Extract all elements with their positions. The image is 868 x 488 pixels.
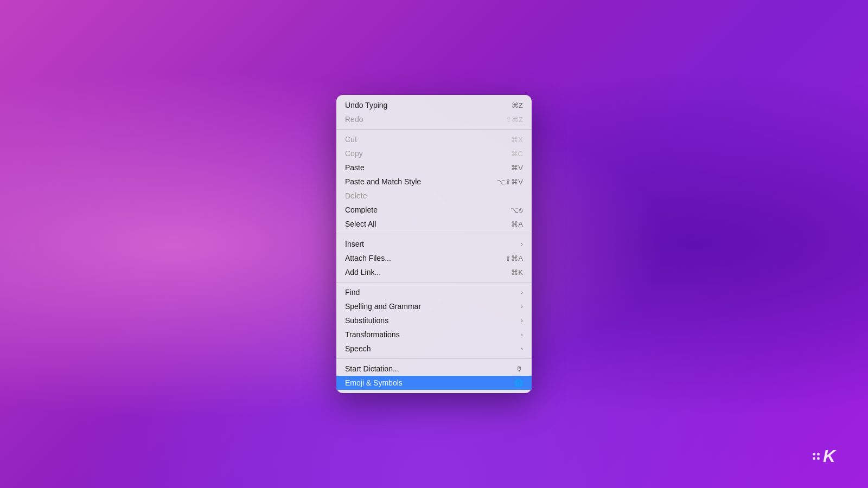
menu-item-paste-label: Paste <box>345 163 502 172</box>
separator-4 <box>336 358 532 359</box>
menu-item-speech[interactable]: Speech › <box>336 342 532 356</box>
separator-2 <box>336 234 532 234</box>
menu-item-undo-typing-label: Undo Typing <box>345 101 503 110</box>
menu-item-select-all-shortcut: ⌘A <box>511 220 523 228</box>
menu-item-find-label: Find <box>345 288 516 297</box>
menu-item-spelling-grammar[interactable]: Spelling and Grammar › <box>336 299 532 313</box>
menu-item-insert[interactable]: Insert › <box>336 237 532 251</box>
logo-dot-4 <box>817 457 820 460</box>
menu-item-copy-shortcut: ⌘C <box>511 150 523 158</box>
menu-item-cut-label: Cut <box>345 135 502 144</box>
menu-item-undo-typing[interactable]: Undo Typing ⌘Z <box>336 98 532 112</box>
menu-item-select-all[interactable]: Select All ⌘A <box>336 217 532 231</box>
menu-item-redo-label: Redo <box>345 115 497 124</box>
menu-item-paste[interactable]: Paste ⌘V <box>336 160 532 175</box>
menu-item-substitutions[interactable]: Substitutions › <box>336 313 532 328</box>
menu-item-paste-match-style-shortcut: ⌥⇧⌘V <box>497 178 523 186</box>
submenu-arrow-speech: › <box>521 345 523 352</box>
menu-item-attach-files-label: Attach Files... <box>345 254 496 262</box>
menu-item-add-link[interactable]: Add Link... ⌘K <box>336 265 532 279</box>
menu-item-add-link-label: Add Link... <box>345 268 502 277</box>
menu-item-complete-label: Complete <box>345 206 502 214</box>
logo-dots <box>813 453 820 460</box>
menu-item-delete[interactable]: Delete <box>336 189 532 203</box>
submenu-arrow-find: › <box>521 289 523 296</box>
logo-dot-1 <box>813 453 815 455</box>
separator-3 <box>336 282 532 282</box>
menu-item-complete-shortcut: ⌥⎋ <box>510 206 523 214</box>
menu-item-select-all-label: Select All <box>345 220 502 228</box>
menu-item-paste-match-style-label: Paste and Match Style <box>345 177 488 186</box>
menu-item-emoji-symbols[interactable]: Emoji & Symbols 🌐 <box>336 376 532 390</box>
menu-item-paste-shortcut: ⌘V <box>511 164 523 172</box>
menu-item-cut[interactable]: Cut ⌘X <box>336 132 532 146</box>
context-menu: Undo Typing ⌘Z Redo ⇧⌘Z Cut ⌘X Copy ⌘C P… <box>336 95 532 393</box>
menu-item-speech-label: Speech <box>345 344 516 353</box>
menu-item-emoji-symbols-shortcut: 🌐 <box>514 379 523 387</box>
menu-item-copy-label: Copy <box>345 149 502 158</box>
separator-1 <box>336 129 532 130</box>
menu-item-start-dictation-shortcut: 🎙 <box>516 365 523 373</box>
submenu-arrow-insert: › <box>521 241 523 247</box>
menu-item-cut-shortcut: ⌘X <box>511 136 523 144</box>
menu-item-redo[interactable]: Redo ⇧⌘Z <box>336 112 532 126</box>
menu-item-transformations[interactable]: Transformations › <box>336 328 532 342</box>
menu-item-emoji-symbols-label: Emoji & Symbols <box>345 378 506 387</box>
menu-item-spelling-grammar-label: Spelling and Grammar <box>345 302 516 311</box>
menu-item-delete-label: Delete <box>345 191 514 200</box>
menu-item-start-dictation[interactable]: Start Dictation... 🎙 <box>336 362 532 376</box>
logo-dot-2 <box>817 453 820 455</box>
menu-item-paste-match-style[interactable]: Paste and Match Style ⌥⇧⌘V <box>336 175 532 189</box>
menu-item-attach-files-shortcut: ⇧⌘A <box>505 254 523 262</box>
menu-item-insert-label: Insert <box>345 240 516 248</box>
menu-item-redo-shortcut: ⇧⌘Z <box>506 115 523 124</box>
logo-dot-3 <box>813 457 815 460</box>
submenu-arrow-substitutions: › <box>521 317 523 324</box>
knowtechie-logo: K <box>813 446 835 466</box>
menu-item-copy[interactable]: Copy ⌘C <box>336 146 532 160</box>
menu-item-add-link-shortcut: ⌘K <box>511 268 523 277</box>
submenu-arrow-spelling: › <box>521 303 523 310</box>
menu-item-complete[interactable]: Complete ⌥⎋ <box>336 203 532 217</box>
menu-item-attach-files[interactable]: Attach Files... ⇧⌘A <box>336 251 532 265</box>
menu-item-start-dictation-label: Start Dictation... <box>345 364 507 373</box>
menu-item-undo-typing-shortcut: ⌘Z <box>512 101 523 110</box>
submenu-arrow-transformations: › <box>521 331 523 338</box>
menu-item-transformations-label: Transformations <box>345 330 516 339</box>
menu-item-substitutions-label: Substitutions <box>345 316 516 325</box>
menu-item-find[interactable]: Find › <box>336 285 532 299</box>
logo-k-letter: K <box>823 446 835 466</box>
